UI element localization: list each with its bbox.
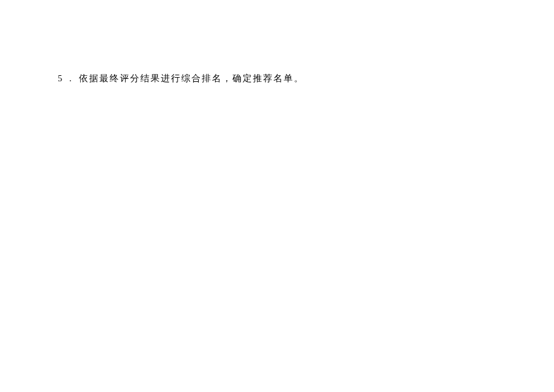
document-content: 5 .依据最终评分结果进行综合排名，确定推荐名单。 bbox=[58, 72, 496, 86]
item-text: 依据最终评分结果进行综合排名，确定推荐名单。 bbox=[79, 73, 304, 83]
item-number: 5 . bbox=[58, 73, 74, 83]
list-item: 5 .依据最终评分结果进行综合排名，确定推荐名单。 bbox=[58, 72, 496, 86]
